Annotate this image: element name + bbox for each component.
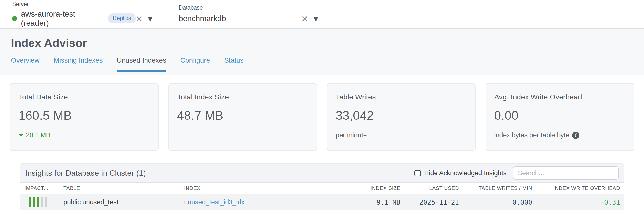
card-value: 48.7 MB (177, 109, 308, 123)
card-delta: 20.1 MB (18, 131, 150, 139)
tab-configure[interactable]: Configure (180, 57, 210, 72)
tab-bar: Overview Missing Indexes Unused Indexes … (11, 57, 644, 72)
database-selector[interactable]: Database benchmarkdb × ▼ (166, 0, 332, 28)
column-index-size[interactable]: INDEX SIZE (352, 185, 400, 191)
row-index-link[interactable]: unused_test_id3_idx (184, 198, 352, 206)
column-impact[interactable]: IMPACT... (24, 185, 64, 191)
card-title: Table Writes (336, 93, 467, 101)
impact-bar (45, 197, 47, 207)
table-row: public.unused_test unused_test_id3_idx 9… (20, 194, 624, 210)
hide-acknowledged-checkbox[interactable] (414, 170, 421, 176)
replica-badge: Replica (108, 14, 136, 24)
server-chevron-down-icon[interactable]: ▼ (148, 15, 152, 22)
page-title: Index Advisor (11, 29, 644, 50)
card-avg-index-write-overhead: Avg. Index Write Overhead 0.00 index byt… (486, 83, 634, 151)
card-subtitle-text: index bytes per table byte (494, 131, 570, 139)
caret-down-icon (18, 134, 24, 137)
hide-acknowledged-label[interactable]: Hide Acknowledged Insights (424, 169, 506, 177)
insights-title: Insights for Database in Cluster (1) (25, 169, 146, 178)
card-subtitle: index bytes per table byte i (494, 131, 626, 139)
top-selector-bar: Server aws-aurora-test (reader) Replica … (0, 0, 644, 29)
tab-status[interactable]: Status (224, 57, 244, 72)
card-value: 33,042 (336, 109, 467, 123)
impact-bar (41, 197, 43, 207)
card-value: 0.00 (494, 109, 626, 123)
tab-overview[interactable]: Overview (11, 57, 40, 72)
row-last-used: 2025-11-21 (400, 198, 459, 206)
tab-unused-indexes[interactable]: Unused Indexes (117, 57, 166, 72)
insights-panel-header: Insights for Database in Cluster (1) Hid… (20, 163, 624, 182)
card-title: Total Data Size (18, 93, 150, 101)
impact-bar (29, 197, 31, 207)
card-total-index-size: Total Index Size 48.7 MB (168, 83, 317, 151)
card-title: Total Index Size (177, 93, 308, 101)
stat-cards: Total Data Size 160.5 MB 20.1 MB Total I… (10, 83, 634, 151)
tab-missing-indexes[interactable]: Missing Indexes (54, 57, 103, 72)
database-chevron-down-icon[interactable]: ▼ (314, 15, 318, 22)
row-index-write-overhead: -0.31 (532, 198, 620, 206)
row-index-size: 9.1 MB (352, 198, 400, 206)
database-value: benchmarkdb (179, 14, 226, 23)
server-value: aws-aurora-test (reader) (21, 10, 103, 28)
search-input[interactable] (513, 166, 619, 180)
row-table-writes-min: 0.000 (459, 198, 532, 206)
column-index[interactable]: INDEX (184, 185, 352, 191)
column-index-write-overhead[interactable]: INDEX WRITE OVERHEAD (532, 185, 620, 191)
info-icon[interactable]: i (572, 132, 579, 139)
server-selector[interactable]: Server aws-aurora-test (reader) Replica … (0, 0, 166, 28)
impact-bar (37, 197, 39, 207)
card-delta-value: 20.1 MB (26, 131, 50, 139)
card-subtitle: per minute (336, 131, 467, 139)
card-value: 160.5 MB (18, 109, 150, 123)
server-clear-icon[interactable]: × (136, 13, 142, 24)
server-status-dot-icon (12, 16, 17, 21)
insights-panel: Insights for Database in Cluster (1) Hid… (20, 163, 624, 210)
column-table[interactable]: TABLE (64, 185, 184, 191)
row-table-name: public.unused_test (64, 198, 184, 206)
impact-bar (33, 197, 35, 207)
page-header: Index Advisor Overview Missing Indexes U… (0, 29, 644, 75)
column-last-used[interactable]: LAST USED (400, 185, 459, 191)
database-clear-icon[interactable]: × (302, 13, 308, 24)
database-label: Database (179, 5, 318, 11)
card-total-data-size: Total Data Size 160.5 MB 20.1 MB (10, 83, 159, 151)
card-title: Avg. Index Write Overhead (494, 93, 626, 101)
table-header-row: IMPACT... TABLE INDEX INDEX SIZE LAST US… (20, 182, 624, 194)
impact-indicator (24, 197, 64, 207)
card-table-writes: Table Writes 33,042 per minute (327, 83, 476, 151)
column-table-writes-min[interactable]: TABLE WRITES / MIN (459, 185, 532, 191)
server-label: Server (12, 1, 152, 8)
